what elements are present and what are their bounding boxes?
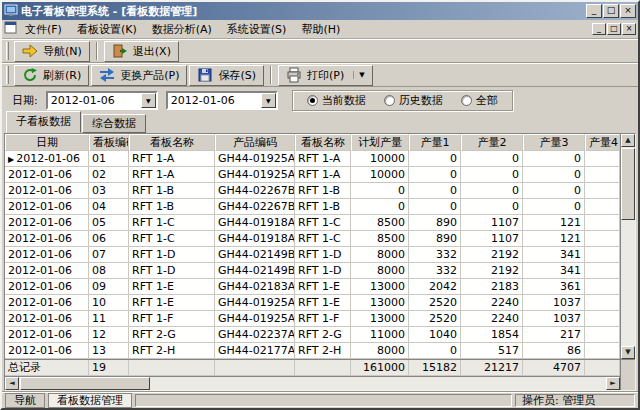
date-to-combobox[interactable]: 2012-01-06 ▼: [166, 91, 278, 110]
menu-bar: 文件(F) 看板设置(K) 数据分析(A) 系统设置(S) 帮助(H) _ □ …: [2, 20, 638, 39]
cell: GH44-01925A: [215, 295, 295, 311]
cell: RFT 1-C: [295, 231, 351, 247]
table-row[interactable]: ▶2012-01-0601RFT 1-AGH44-01925ARFT 1-A10…: [5, 151, 620, 167]
table-row[interactable]: 2012-01-0611RFT 1-FGH44-01925ARFT 1-F130…: [5, 311, 620, 327]
total-cell: 21217: [461, 360, 523, 376]
cell: GH44-01918A: [215, 231, 295, 247]
column-header-9[interactable]: 产量4: [585, 134, 620, 151]
column-header-0[interactable]: 日期: [5, 134, 89, 151]
cell: 01: [89, 151, 129, 167]
scroll-up-icon[interactable]: ▲: [621, 134, 635, 147]
child-restore-button[interactable]: □: [607, 23, 621, 35]
cell: [585, 279, 620, 295]
child-minimize-button[interactable]: _: [592, 23, 606, 35]
cell: RFT 1-A: [295, 151, 351, 167]
menu-system-settings[interactable]: 系统设置(S): [220, 20, 294, 39]
cell: RFT 1-F: [129, 311, 215, 327]
scroll-down-icon[interactable]: ▼: [621, 346, 635, 359]
toolbar-main: 刷新(R) 更换产品(P) 保存(S) 打印(P) ▼: [2, 63, 638, 87]
radio-current-data[interactable]: 当前数据: [307, 93, 366, 108]
column-header-8[interactable]: 产量3: [523, 134, 585, 151]
refresh-button[interactable]: 刷新(R): [14, 65, 89, 86]
tab-combined-data[interactable]: 综合数据: [82, 114, 146, 133]
table-row[interactable]: 2012-01-0606RFT 1-CGH44-01918ARFT 1-C850…: [5, 231, 620, 247]
date-from-combobox[interactable]: 2012-01-06 ▼: [46, 91, 158, 110]
table-row[interactable]: 2012-01-0607RFT 1-DGH44-02149BRFT 1-D800…: [5, 247, 620, 263]
cell: RFT 2-G: [295, 327, 351, 343]
menu-data-analysis[interactable]: 数据分析(A): [145, 20, 219, 39]
refresh-button-label: 刷新(R): [43, 68, 81, 83]
horizontal-scrollbar[interactable]: ◄ ►: [5, 376, 620, 390]
cell: RFT 1-B: [129, 183, 215, 199]
column-header-4[interactable]: 看板名称: [295, 134, 351, 151]
cell: 0: [461, 167, 523, 183]
app-icon: [4, 3, 18, 20]
date-from-dropdown-icon[interactable]: ▼: [141, 93, 156, 108]
cell: 2012-01-06: [5, 343, 89, 359]
save-button[interactable]: 保存(S): [189, 65, 264, 86]
cell: RFT 1-B: [129, 199, 215, 215]
vertical-scroll-thumb[interactable]: [621, 148, 635, 220]
table-row[interactable]: 2012-01-0612RFT 2-GGH44-02237ARFT 2-G110…: [5, 327, 620, 343]
vertical-scroll-track[interactable]: [621, 221, 635, 346]
tab-sub-kanban-data[interactable]: 子看板数据: [6, 111, 81, 133]
menu-file[interactable]: 文件(F): [18, 20, 69, 39]
column-header-6[interactable]: 产量1: [409, 134, 461, 151]
cell: 332: [409, 247, 461, 263]
table-row[interactable]: 2012-01-0603RFT 1-BGH44-02267BRFT 1-B000…: [5, 183, 620, 199]
column-header-5[interactable]: 计划产量: [351, 134, 409, 151]
column-header-7[interactable]: 产量2: [461, 134, 523, 151]
data-scope-group: 当前数据 历史数据 全部: [292, 90, 513, 111]
menu-kanban-settings[interactable]: 看板设置(K): [70, 20, 144, 39]
status-tab-kanban-data-management[interactable]: 看板数据管理: [48, 393, 132, 408]
table-row[interactable]: 2012-01-0605RFT 1-CGH44-01918ARFT 1-C850…: [5, 215, 620, 231]
child-close-button[interactable]: ×: [622, 23, 636, 35]
cell: RFT 1-D: [295, 247, 351, 263]
cell: 890: [409, 215, 461, 231]
total-cell: [585, 360, 620, 376]
minimize-button[interactable]: _: [586, 4, 602, 18]
table-row[interactable]: 2012-01-0610RFT 1-EGH44-01925ARFT 1-E130…: [5, 295, 620, 311]
cell: [585, 183, 620, 199]
page-tab-bar: 子看板数据 综合数据: [2, 114, 638, 133]
print-button[interactable]: 打印(P) ▼: [278, 65, 373, 86]
menu-help[interactable]: 帮助(H): [294, 20, 347, 39]
status-tab-navigation[interactable]: 导航: [5, 393, 45, 408]
cell: 2240: [461, 295, 523, 311]
cell: 1107: [461, 231, 523, 247]
toolbar-grip[interactable]: [6, 42, 9, 60]
cell: 0: [461, 183, 523, 199]
table-row[interactable]: 2012-01-0602RFT 1-AGH44-01925ARFT 1-A100…: [5, 167, 620, 183]
date-from-value: 2012-01-06: [48, 94, 141, 107]
radio-all-data[interactable]: 全部: [461, 93, 498, 108]
cell: 0: [351, 183, 409, 199]
change-product-button[interactable]: 更换产品(P): [91, 65, 187, 86]
maximize-button[interactable]: □: [603, 4, 619, 18]
column-header-2[interactable]: 看板名称: [129, 134, 215, 151]
scroll-left-icon[interactable]: ◄: [5, 377, 19, 390]
cell: GH44-01925A: [215, 167, 295, 183]
radio-circle: [384, 95, 395, 106]
cell: 341: [523, 247, 585, 263]
table-row[interactable]: 2012-01-0608RFT 1-DGH44-02149BRFT 1-D800…: [5, 263, 620, 279]
vertical-scrollbar[interactable]: ▲ ▼: [621, 134, 635, 359]
radio-history-data[interactable]: 历史数据: [384, 93, 443, 108]
close-button[interactable]: ×: [620, 4, 636, 18]
column-header-3[interactable]: 产品编码: [215, 134, 295, 151]
refresh-icon: [22, 67, 38, 83]
table-row[interactable]: 2012-01-0613RFT 2-HGH44-02177ARFT 2-H800…: [5, 343, 620, 359]
cell: [585, 295, 620, 311]
table-row[interactable]: 2012-01-0604RFT 1-BGH44-02267BRFT 1-B000…: [5, 199, 620, 215]
print-dropdown-arrow-icon[interactable]: ▼: [353, 71, 364, 79]
date-to-dropdown-icon[interactable]: ▼: [261, 93, 276, 108]
exit-button[interactable]: 退出(X): [104, 41, 179, 62]
cell: RFT 1-C: [129, 215, 215, 231]
toolbar-grip[interactable]: [6, 66, 9, 84]
navigate-button[interactable]: 导航(N): [14, 41, 90, 62]
scroll-right-icon[interactable]: ►: [606, 377, 620, 390]
horizontal-scroll-thumb[interactable]: [20, 377, 150, 390]
table-row[interactable]: 2012-01-0609RFT 1-EGH44-02183ARFT 1-E130…: [5, 279, 620, 295]
cell: GH44-02177A: [215, 343, 295, 359]
column-header-1[interactable]: 看板编码: [89, 134, 129, 151]
cell: 12: [89, 327, 129, 343]
